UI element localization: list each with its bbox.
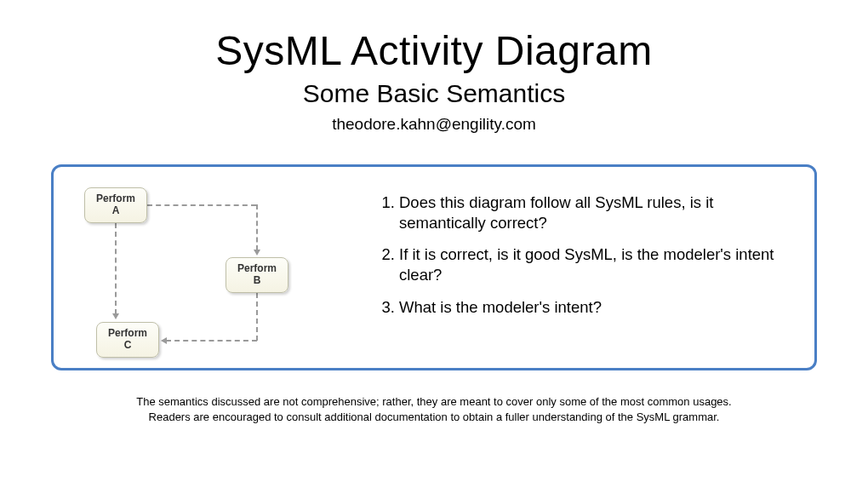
node-b-label: Perform B (237, 263, 277, 287)
author-email: theodore.kahn@engility.com (51, 115, 817, 134)
arrow-into-c-right (161, 337, 167, 344)
slide-title: SysML Activity Diagram (51, 27, 817, 74)
flow-a-to-b-h (147, 204, 256, 206)
flow-a-to-b-v (256, 204, 258, 250)
arrow-into-c-top (112, 313, 119, 319)
slide-subtitle: Some Basic Semantics (51, 79, 817, 108)
footnote-line2: Readers are encouraged to consult additi… (149, 410, 720, 423)
activity-node-perform-a: Perform A (84, 187, 147, 223)
question-3: What is the modeler's intent? (399, 297, 797, 318)
questions-list: Does this diagram follow all SysML rules… (377, 182, 797, 353)
activity-node-perform-c: Perform C (96, 322, 159, 358)
node-a-label: Perform A (96, 193, 135, 217)
question-1: Does this diagram follow all SysML rules… (399, 192, 797, 233)
activity-node-perform-b: Perform B (226, 257, 288, 293)
footnote: The semantics discussed are not comprehe… (51, 394, 817, 424)
arrow-into-b (254, 250, 260, 255)
node-c-label: Perform C (108, 328, 147, 352)
flow-b-to-c-h (166, 340, 257, 342)
activity-diagram: Perform A Perform B Perform C (66, 182, 355, 353)
content-panel: Perform A Perform B Perform C Does this … (51, 164, 817, 370)
flow-a-to-c (115, 223, 117, 314)
footnote-line1: The semantics discussed are not comprehe… (136, 395, 731, 408)
question-2: If it is correct, is it good SysML, is t… (399, 244, 797, 284)
slide-container: SysML Activity Diagram Some Basic Semant… (0, 0, 868, 488)
flow-b-to-c-v (256, 293, 258, 341)
